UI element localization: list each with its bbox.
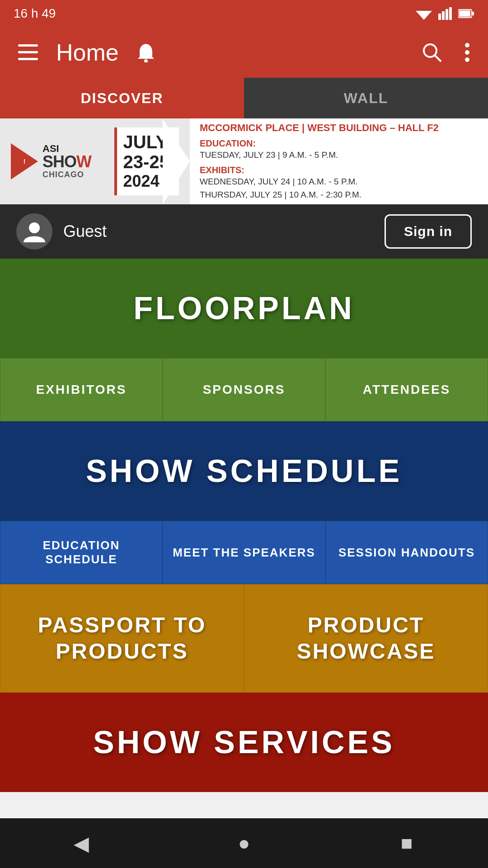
more-button[interactable] bbox=[460, 38, 474, 67]
attendees-tile[interactable]: ATTENDEES bbox=[325, 358, 488, 421]
app-bar-right bbox=[418, 38, 474, 67]
show-schedule-label: SHOW SCHEDULE bbox=[86, 453, 402, 489]
show-schedule-tile[interactable]: SHOW SCHEDULE bbox=[0, 421, 488, 521]
svg-marker-0 bbox=[416, 11, 432, 20]
svg-point-15 bbox=[465, 50, 469, 55]
tab-wall[interactable]: WALL bbox=[244, 78, 488, 118]
svg-rect-9 bbox=[18, 51, 38, 53]
app-bar: Home bbox=[0, 27, 488, 78]
banner-logo-section: ! ASI SHOW CHICAGO JULY23-25, 2024 bbox=[0, 118, 190, 204]
floorplan-tile[interactable]: FLOORPLAN bbox=[0, 259, 488, 358]
notification-button[interactable] bbox=[132, 38, 160, 67]
guest-name: Guest bbox=[63, 222, 385, 241]
tabs: DISCOVER WALL bbox=[0, 78, 488, 118]
battery-icon bbox=[458, 9, 474, 19]
svg-rect-4 bbox=[449, 7, 452, 20]
app-bar-left: Home bbox=[14, 38, 418, 67]
product-showcase-tile[interactable]: PRODUCT SHOWCASE bbox=[244, 584, 488, 693]
banner-info: McCORMICK PLACE | WEST BUILDING – HALL F… bbox=[190, 118, 488, 204]
svg-rect-3 bbox=[446, 9, 448, 20]
svg-rect-10 bbox=[18, 58, 38, 60]
menu-button[interactable] bbox=[14, 40, 42, 65]
svg-point-17 bbox=[29, 222, 40, 233]
svg-rect-8 bbox=[18, 44, 38, 47]
svg-rect-7 bbox=[459, 10, 470, 17]
passport-to-products-tile[interactable]: PASSPORT TO PRODUCTS bbox=[0, 584, 244, 693]
recents-button[interactable]: ■ bbox=[389, 825, 425, 861]
show-services-tile[interactable]: SHOW SERVICES bbox=[0, 693, 488, 792]
sponsors-tile[interactable]: SPONSORS bbox=[163, 358, 325, 421]
tab-discover[interactable]: DISCOVER bbox=[0, 78, 244, 118]
status-icons bbox=[416, 7, 474, 20]
svg-rect-2 bbox=[442, 11, 445, 20]
products-grid: PASSPORT TO PRODUCTS PRODUCT SHOWCASE bbox=[0, 584, 488, 693]
session-handouts-tile[interactable]: SESSION HANDOUTS bbox=[325, 521, 488, 584]
status-bar: 16 h 49 bbox=[0, 0, 488, 27]
meet-the-speakers-tile[interactable]: MEET THE SPEAKERS bbox=[163, 521, 325, 584]
bottom-nav: ◀ ● ■ bbox=[0, 818, 488, 868]
sign-in-button[interactable]: Sign in bbox=[385, 214, 472, 249]
event-banner: ! ASI SHOW CHICAGO JULY23-25, 2024 McCOR… bbox=[0, 118, 488, 204]
svg-rect-1 bbox=[438, 14, 441, 20]
back-button[interactable]: ◀ bbox=[63, 825, 99, 861]
svg-point-16 bbox=[465, 57, 469, 62]
svg-rect-6 bbox=[472, 12, 474, 15]
education-schedule-tile[interactable]: EDUCATION SCHEDULE bbox=[0, 521, 163, 584]
guest-bar: Guest Sign in bbox=[0, 204, 488, 259]
exhibitors-tile[interactable]: EXHIBITORS bbox=[0, 358, 163, 421]
svg-point-14 bbox=[465, 43, 469, 47]
svg-line-13 bbox=[435, 55, 441, 61]
svg-point-12 bbox=[424, 44, 436, 57]
avatar bbox=[16, 213, 52, 250]
exhibitors-sponsors-attendees-grid: EXHIBITORS SPONSORS ATTENDEES bbox=[0, 358, 488, 421]
page-title: Home bbox=[56, 39, 119, 66]
asi-logo: ASI SHOW CHICAGO bbox=[42, 144, 91, 179]
floorplan-label: FLOORPLAN bbox=[133, 290, 355, 326]
wifi-icon bbox=[416, 7, 432, 20]
show-services-label: SHOW SERVICES bbox=[93, 724, 395, 760]
status-time: 16 h 49 bbox=[14, 6, 56, 21]
search-button[interactable] bbox=[418, 38, 446, 67]
home-button[interactable]: ● bbox=[226, 825, 262, 861]
schedule-grid: EDUCATION SCHEDULE MEET THE SPEAKERS SES… bbox=[0, 521, 488, 584]
signal-icon bbox=[438, 7, 452, 20]
svg-point-11 bbox=[144, 59, 148, 62]
